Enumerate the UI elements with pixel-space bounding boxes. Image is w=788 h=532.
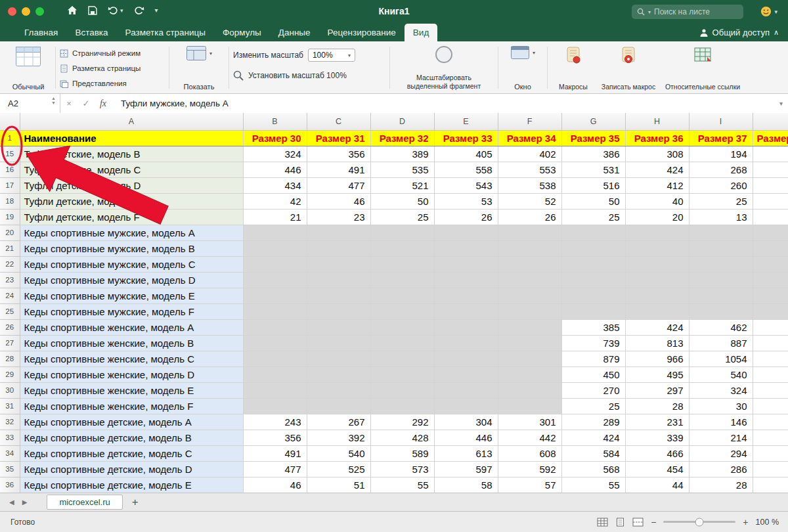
cell-A33[interactable]: Кеды спортивные детские, модель B bbox=[20, 430, 243, 445]
cell-D31[interactable] bbox=[370, 398, 434, 414]
cell-F18[interactable]: 52 bbox=[498, 193, 561, 209]
row-header-22[interactable]: 22 bbox=[0, 256, 20, 272]
row-header-27[interactable]: 27 bbox=[0, 335, 20, 351]
row-header-26[interactable]: 26 bbox=[0, 319, 20, 335]
page-break-preview-button[interactable]: Страничный режим bbox=[60, 47, 141, 60]
cell-J25[interactable] bbox=[753, 303, 788, 319]
row-header-29[interactable]: 29 bbox=[0, 366, 20, 382]
cell-F26[interactable] bbox=[498, 319, 561, 335]
cell-D27[interactable] bbox=[370, 335, 434, 351]
window-button[interactable]: ▾ Окно bbox=[502, 45, 543, 91]
cell-B29[interactable] bbox=[243, 366, 307, 382]
cell-I21[interactable] bbox=[689, 240, 753, 256]
cell-J1[interactable]: Размер 38 bbox=[753, 130, 788, 146]
cell-H19[interactable]: 20 bbox=[625, 209, 689, 225]
sheet-nav-left-icon[interactable]: ◀ bbox=[9, 499, 14, 506]
cell-J17[interactable] bbox=[753, 177, 788, 193]
cell-C25[interactable] bbox=[307, 303, 370, 319]
cell-G26[interactable]: 385 bbox=[561, 319, 625, 335]
cell-G17[interactable]: 516 bbox=[561, 177, 625, 193]
cell-J29[interactable] bbox=[753, 366, 788, 382]
cell-C17[interactable]: 477 bbox=[307, 177, 370, 193]
cell-F17[interactable]: 538 bbox=[498, 177, 561, 193]
cell-E26[interactable] bbox=[434, 319, 498, 335]
cell-I36[interactable]: 28 bbox=[689, 477, 753, 493]
cell-F25[interactable] bbox=[498, 303, 561, 319]
cell-E19[interactable]: 26 bbox=[434, 209, 498, 225]
cell-F31[interactable] bbox=[498, 398, 561, 414]
cell-D32[interactable]: 292 bbox=[370, 414, 434, 430]
cell-C29[interactable] bbox=[307, 366, 370, 382]
cell-A24[interactable]: Кеды спортивные мужские, модель E bbox=[20, 288, 243, 303]
cell-J22[interactable] bbox=[753, 256, 788, 272]
cell-E24[interactable] bbox=[434, 288, 498, 303]
column-header-I[interactable]: I bbox=[689, 113, 753, 130]
row-header-31[interactable]: 31 bbox=[0, 398, 20, 414]
cell-B31[interactable] bbox=[243, 398, 307, 414]
cell-E21[interactable] bbox=[434, 240, 498, 256]
cell-C23[interactable] bbox=[307, 272, 370, 288]
name-box[interactable]: A2 ▲▼ bbox=[0, 94, 60, 113]
cell-E29[interactable] bbox=[434, 366, 498, 382]
row-header-17[interactable]: 17 bbox=[0, 177, 20, 193]
cell-F21[interactable] bbox=[498, 240, 561, 256]
cell-G23[interactable] bbox=[561, 272, 625, 288]
cell-D15[interactable]: 389 bbox=[370, 146, 434, 162]
cell-I31[interactable]: 30 bbox=[689, 398, 753, 414]
cell-C1[interactable]: Размер 31 bbox=[307, 130, 370, 146]
cell-G30[interactable]: 270 bbox=[561, 382, 625, 398]
cell-B26[interactable] bbox=[243, 319, 307, 335]
cell-I22[interactable] bbox=[689, 256, 753, 272]
cell-A34[interactable]: Кеды спортивные детские, модель C bbox=[20, 445, 243, 461]
cell-G31[interactable]: 25 bbox=[561, 398, 625, 414]
cell-F30[interactable] bbox=[498, 382, 561, 398]
cell-A23[interactable]: Кеды спортивные мужские, модель D bbox=[20, 272, 243, 288]
cell-H35[interactable]: 454 bbox=[625, 461, 689, 477]
formula-bar-expand-icon[interactable]: ▾ bbox=[779, 100, 783, 107]
cell-E23[interactable] bbox=[434, 272, 498, 288]
column-header-H[interactable]: H bbox=[625, 113, 689, 130]
cell-J26[interactable] bbox=[753, 319, 788, 335]
row-header-18[interactable]: 18 bbox=[0, 193, 20, 209]
cell-F15[interactable]: 402 bbox=[498, 146, 561, 162]
row-header-34[interactable]: 34 bbox=[0, 445, 20, 461]
cell-J35[interactable] bbox=[753, 461, 788, 477]
cell-D34[interactable]: 589 bbox=[370, 445, 434, 461]
cell-I26[interactable]: 462 bbox=[689, 319, 753, 335]
record-macro-button[interactable]: Записать макрос bbox=[598, 45, 659, 91]
cell-F19[interactable]: 26 bbox=[498, 209, 561, 225]
cell-E32[interactable]: 304 bbox=[434, 414, 498, 430]
cell-A1[interactable]: Наименование bbox=[20, 130, 243, 146]
cell-G22[interactable] bbox=[561, 256, 625, 272]
cell-G28[interactable]: 879 bbox=[561, 351, 625, 366]
row-header-15[interactable]: 15 bbox=[0, 146, 20, 162]
column-header-C[interactable]: C bbox=[307, 113, 370, 130]
cell-J30[interactable] bbox=[753, 382, 788, 398]
cell-F24[interactable] bbox=[498, 288, 561, 303]
cell-B16[interactable]: 446 bbox=[243, 162, 307, 177]
cell-F16[interactable]: 553 bbox=[498, 162, 561, 177]
cell-A27[interactable]: Кеды спортивные женские, модель B bbox=[20, 335, 243, 351]
tab-insert[interactable]: Вставка bbox=[66, 24, 116, 41]
cell-I23[interactable] bbox=[689, 272, 753, 288]
cell-J32[interactable] bbox=[753, 414, 788, 430]
column-header-partial[interactable] bbox=[753, 113, 788, 130]
cell-G1[interactable]: Размер 35 bbox=[561, 130, 625, 146]
cell-J19[interactable] bbox=[753, 209, 788, 225]
cell-D26[interactable] bbox=[370, 319, 434, 335]
enter-button[interactable]: ✓ bbox=[77, 99, 95, 108]
cell-E30[interactable] bbox=[434, 382, 498, 398]
cell-D17[interactable]: 521 bbox=[370, 177, 434, 193]
cell-B19[interactable]: 21 bbox=[243, 209, 307, 225]
cell-A25[interactable]: Кеды спортивные мужские, модель F bbox=[20, 303, 243, 319]
cell-G21[interactable] bbox=[561, 240, 625, 256]
cell-I24[interactable] bbox=[689, 288, 753, 303]
search-box[interactable]: ▾ Поиск на листе bbox=[632, 5, 743, 19]
cell-E18[interactable]: 53 bbox=[434, 193, 498, 209]
cell-A26[interactable]: Кеды спортивные женские, модель A bbox=[20, 319, 243, 335]
cell-B23[interactable] bbox=[243, 272, 307, 288]
zoom-to-selection-button[interactable]: Масштабировать выделенный фрагмент bbox=[394, 45, 494, 91]
cell-E20[interactable] bbox=[434, 225, 498, 240]
cell-A20[interactable]: Кеды спортивные мужские, модель A bbox=[20, 225, 243, 240]
cell-E33[interactable]: 446 bbox=[434, 430, 498, 445]
